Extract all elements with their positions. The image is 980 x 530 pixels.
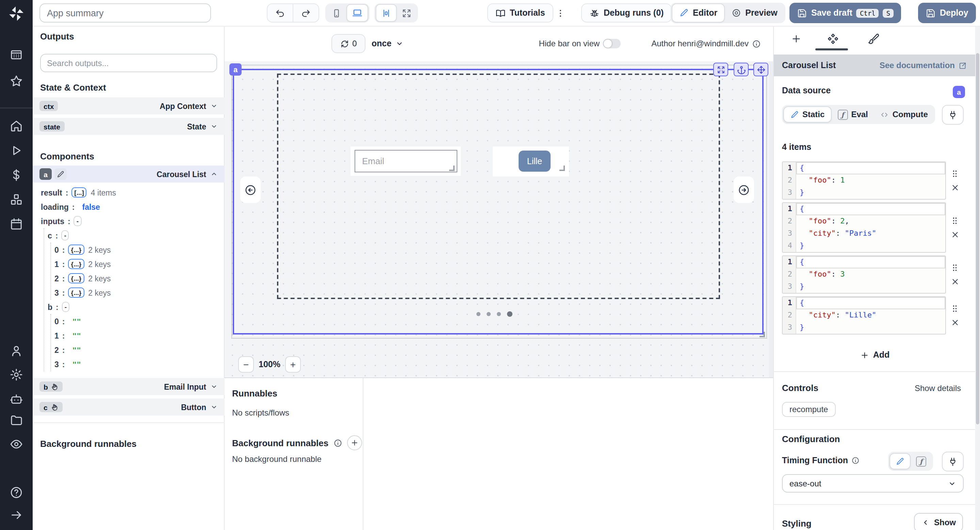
mobile-view-button[interactable]: [327, 5, 347, 21]
delete-item-icon[interactable]: [950, 230, 959, 239]
chevron-down-icon[interactable]: [210, 123, 218, 130]
rename-component-button[interactable]: [54, 168, 67, 180]
bot-icon[interactable]: [10, 393, 23, 406]
tree-expand-chip[interactable]: -: [62, 230, 69, 241]
expand-component-button[interactable]: [713, 63, 728, 76]
chevron-down-icon[interactable]: [210, 102, 218, 110]
zoom-in-button[interactable]: +: [285, 356, 301, 373]
output-tree-row[interactable]: 0:{...}2 keys: [33, 243, 224, 257]
output-tree-row[interactable]: 0:"": [33, 314, 224, 328]
move-component-button[interactable]: [753, 63, 768, 76]
static-tab[interactable]: Static: [783, 106, 831, 123]
output-tree-row[interactable]: loading:false: [33, 200, 224, 214]
output-tree-row[interactable]: inputs:-: [33, 214, 224, 228]
carousel-dot-2[interactable]: [487, 312, 491, 316]
calendar-icon[interactable]: [10, 217, 23, 231]
carousel-next-button[interactable]: [733, 176, 754, 203]
canv-scrollbar[interactable]: [769, 61, 773, 377]
styling-tab[interactable]: [867, 33, 879, 45]
json-item-editor[interactable]: 1{2 "foo": 2,3 "city": "Paris"4}: [782, 202, 946, 253]
json-item-editor[interactable]: 1{2 "city": "Lille"3}: [782, 296, 946, 334]
carousel-dot-4[interactable]: [507, 311, 512, 317]
zoom-out-button[interactable]: −: [238, 356, 254, 373]
delete-item-icon[interactable]: [950, 277, 959, 286]
carousel-prev-button[interactable]: [240, 176, 261, 203]
preview-tab[interactable]: Preview: [725, 4, 784, 22]
show-details-link[interactable]: Show details: [915, 383, 961, 393]
carousel-dot-3[interactable]: [497, 312, 501, 316]
selection-resize-handle[interactable]: [759, 332, 765, 337]
selected-component-badge[interactable]: a: [229, 63, 242, 76]
timing-static-tab[interactable]: [889, 453, 911, 469]
eye-icon[interactable]: [10, 437, 23, 451]
ctx-row[interactable]: ctx App Context: [33, 97, 224, 115]
output-tree-row[interactable]: result:[...]4 items: [33, 185, 224, 200]
app-summary-input[interactable]: [40, 3, 211, 22]
chevron-up-icon[interactable]: [210, 170, 218, 178]
info-icon[interactable]: [752, 39, 761, 48]
info-icon[interactable]: [333, 438, 342, 447]
tree-expand-chip[interactable]: -: [74, 216, 81, 226]
windmill-logo-icon[interactable]: [8, 5, 24, 22]
button-component[interactable]: Lille: [519, 150, 550, 172]
output-tree-row[interactable]: b:-: [33, 300, 224, 314]
tree-expand-chip[interactable]: {...}: [68, 287, 84, 298]
resize-handle[interactable]: [559, 166, 565, 171]
center-content-button[interactable]: [375, 4, 397, 22]
gear-icon[interactable]: [10, 368, 23, 382]
folder-icon[interactable]: [10, 413, 23, 427]
boxes-icon[interactable]: [10, 193, 23, 206]
save-draft-button[interactable]: Save draft Ctrl S: [789, 3, 901, 23]
output-tree-row[interactable]: 3:"": [33, 357, 224, 371]
help-icon[interactable]: [10, 486, 23, 499]
full-width-button[interactable]: [397, 5, 417, 21]
tree-expand-chip[interactable]: {...}: [68, 244, 84, 255]
workspace-icon[interactable]: [10, 48, 23, 61]
run-mode-dropdown[interactable]: once: [372, 34, 404, 53]
tutorials-button[interactable]: Tutorials: [487, 3, 553, 22]
dollar-icon[interactable]: [10, 168, 23, 182]
refresh-button[interactable]: 0: [331, 34, 366, 53]
see-documentation-link[interactable]: See documentation: [880, 61, 967, 70]
delete-item-icon[interactable]: [950, 318, 959, 327]
output-tree-row[interactable]: 2:{...}2 keys: [33, 271, 224, 286]
search-outputs-input[interactable]: [40, 54, 217, 72]
state-row[interactable]: state State: [33, 118, 224, 135]
compute-tab[interactable]: Compute: [874, 106, 934, 123]
resize-handle[interactable]: [449, 166, 455, 171]
star-icon[interactable]: [10, 74, 23, 88]
hide-bar-toggle[interactable]: [603, 39, 620, 48]
output-tree-row[interactable]: 1:{...}2 keys: [33, 257, 224, 271]
add-background-runnable-button[interactable]: [347, 435, 362, 450]
panel-scrollbar[interactable]: [975, 26, 980, 530]
output-tree-row[interactable]: 3:{...}2 keys: [33, 286, 224, 300]
undo-button[interactable]: [267, 4, 293, 22]
recompute-button[interactable]: recompute: [782, 402, 835, 417]
carousel-container[interactable]: [277, 73, 720, 299]
timing-eval-tab[interactable]: ƒ: [911, 453, 932, 469]
show-styling-button[interactable]: Show: [914, 513, 963, 530]
json-item-editor[interactable]: 1{2 "foo": 13}: [782, 161, 946, 200]
email-input-component[interactable]: Email: [355, 150, 457, 172]
component-c-row[interactable]: c Button: [33, 399, 224, 415]
anchor-component-button[interactable]: [733, 63, 749, 76]
chevron-down-icon[interactable]: [210, 403, 218, 411]
output-tree-row[interactable]: 1:"": [33, 328, 224, 343]
eval-tab[interactable]: ƒ Eval: [831, 106, 874, 123]
output-tree-row[interactable]: c:-: [33, 228, 224, 243]
chevron-down-icon[interactable]: [210, 383, 218, 390]
connect-input-button[interactable]: [942, 452, 964, 471]
arrow-right-icon[interactable]: [10, 508, 23, 522]
tree-expand-chip[interactable]: {...}: [68, 273, 84, 283]
debug-runs-button[interactable]: Debug runs (0): [581, 3, 672, 22]
carousel-dot-1[interactable]: [476, 312, 480, 316]
deploy-button[interactable]: Deploy: [918, 3, 975, 23]
tree-expand-chip[interactable]: -: [62, 302, 69, 312]
tree-expand-chip[interactable]: [...]: [72, 187, 87, 198]
desktop-view-button[interactable]: [347, 4, 368, 22]
add-item-button[interactable]: Add: [774, 347, 976, 362]
delete-item-icon[interactable]: [950, 183, 959, 192]
user-icon[interactable]: [10, 344, 23, 358]
component-b-row[interactable]: b Email Input: [33, 378, 224, 395]
drag-handle-icon[interactable]: [950, 263, 959, 273]
